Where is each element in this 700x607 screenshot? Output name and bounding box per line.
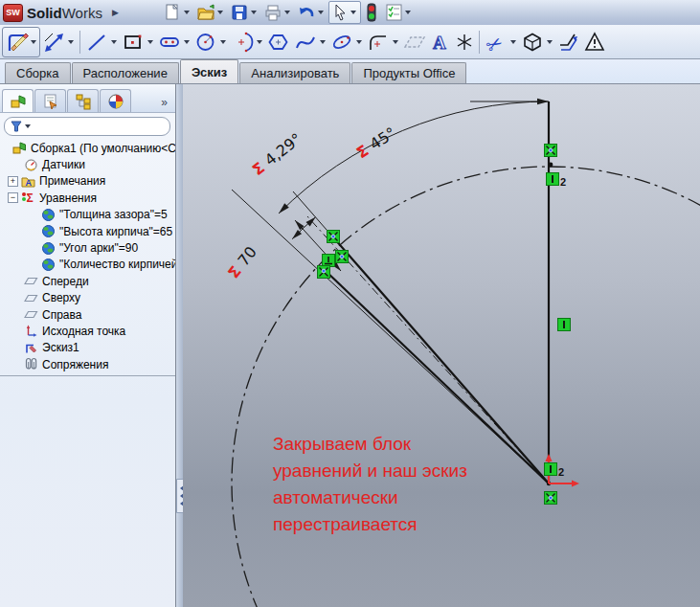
convert-entities-icon (520, 30, 545, 55)
featuremanager-tree-tab[interactable] (2, 89, 34, 112)
tab-sketch[interactable]: Эскиз (180, 59, 238, 83)
circle-dropdown-caret[interactable] (220, 40, 226, 44)
trim-tool-button[interactable]: ✂ (483, 28, 519, 56)
text-tool-button[interactable]: A (428, 28, 453, 56)
expand-plus-box[interactable]: + (8, 176, 18, 187)
tree-item-mates[interactable]: Сопряжения (0, 356, 175, 372)
tab-assembly[interactable]: Сборка (5, 62, 71, 83)
dimension-label-45[interactable]: Σ 45° (353, 124, 399, 162)
relation-coincident-badge[interactable] (318, 266, 330, 279)
tree-item-annotations[interactable]: + A Примечания (0, 173, 175, 190)
save-button[interactable] (228, 2, 260, 23)
relation-vertical-badge[interactable] (547, 173, 559, 186)
tree-item-assembly-root[interactable]: Сборка1 (По умолчанию<Сс (0, 140, 175, 156)
open-document-button[interactable] (194, 2, 227, 23)
save-dropdown-caret[interactable] (251, 11, 257, 14)
tree-item-sketch1[interactable]: Эскиз1 (0, 340, 175, 356)
tab-office-products[interactable]: Продукты Office (351, 62, 466, 83)
arc-tool-button[interactable] (229, 28, 265, 56)
plane-tool-button[interactable] (401, 28, 428, 56)
line-dropdown-caret[interactable] (111, 40, 117, 44)
tab-layout[interactable]: Расположение (72, 62, 179, 83)
propertymanager-tab[interactable] (34, 89, 66, 112)
offset-entities-button[interactable] (555, 28, 582, 56)
tree-item-equation-brick-height[interactable]: "Высота кирпича"=65 (0, 223, 175, 239)
ellipse-dropdown-caret[interactable] (356, 40, 362, 44)
tree-item-equations[interactable]: − Σ Уравнения (0, 190, 175, 206)
select-cursor-icon (331, 3, 349, 22)
tree-item-front-plane[interactable]: Спереди (0, 273, 175, 289)
relation-coincident-badge[interactable] (336, 251, 349, 263)
design-checker-button[interactable] (382, 2, 415, 23)
slot-dropdown-caret[interactable] (184, 40, 190, 44)
expand-minus-box[interactable]: − (8, 192, 18, 203)
construction-circle[interactable] (232, 167, 700, 607)
convert-entities-button[interactable] (519, 28, 555, 56)
panel-overflow-chevron[interactable]: » (161, 96, 173, 112)
fillet-tool-button[interactable] (365, 28, 401, 56)
design-checker-dropdown-caret[interactable] (405, 11, 411, 14)
tree-item-right-plane[interactable]: Справа (0, 306, 175, 323)
select-dropdown-caret[interactable] (350, 11, 356, 14)
print-dropdown-caret[interactable] (284, 11, 290, 14)
open-dropdown-caret[interactable] (217, 11, 223, 14)
tree-item-equation-brick-count[interactable]: "Количество кирпичей" (0, 257, 175, 273)
relation-perpendicular-badge[interactable] (323, 255, 335, 267)
panel-splitter[interactable] (176, 84, 183, 607)
tree-item-origin[interactable]: Исходная точка (0, 323, 175, 339)
print-button[interactable] (261, 2, 294, 23)
sketch-point[interactable] (549, 163, 553, 168)
smart-dimension-button[interactable] (40, 28, 77, 56)
sketch-tool-button[interactable] (2, 27, 40, 57)
tree-item-sensors[interactable]: Датчики (0, 156, 175, 172)
sensors-icon (24, 158, 38, 172)
relation-coincident-badge[interactable] (545, 492, 557, 505)
straight-slot-icon (157, 30, 182, 55)
polygon-tool-button[interactable] (265, 28, 292, 56)
configurationmanager-tab[interactable] (67, 89, 99, 112)
relation-vertical-badge[interactable] (545, 463, 557, 476)
filter-dropdown-caret[interactable] (25, 124, 31, 128)
tree-item-label: Справа (42, 308, 81, 322)
tree-item-top-plane[interactable]: Сверху (0, 290, 175, 306)
tab-evaluate[interactable]: Анализировать (239, 62, 350, 83)
new-document-button[interactable] (161, 2, 193, 23)
smart-dimension-dropdown-caret[interactable] (68, 40, 74, 44)
ellipse-tool-button[interactable] (328, 28, 365, 56)
tree-filter-input[interactable] (4, 117, 170, 136)
dimension-label-70[interactable]: Σ 70 (224, 243, 260, 282)
view-traffic-light-icon (364, 2, 379, 23)
trim-dropdown-caret[interactable] (510, 40, 516, 44)
offset-entities-icon (556, 30, 581, 55)
tree-item-equation-gap[interactable]: "Толщина зазора"=5 (0, 207, 175, 223)
rectangle-tool-button[interactable] (120, 28, 156, 56)
tree-item-equation-arc-angle[interactable]: "Угол арки"=90 (0, 239, 175, 256)
point-tool-button[interactable] (453, 28, 476, 56)
convert-dropdown-caret[interactable] (547, 40, 553, 44)
undo-button[interactable] (295, 2, 327, 23)
spline-tool-button[interactable] (292, 28, 328, 56)
arc-dropdown-caret[interactable] (257, 40, 262, 44)
circle-tool-button[interactable] (192, 28, 229, 56)
menu-flyout-arrow-icon[interactable]: ▶ (112, 8, 119, 17)
relation-vertical-badge[interactable] (558, 319, 571, 331)
centerpoint-arc-icon (230, 30, 255, 55)
fillet-dropdown-caret[interactable] (393, 40, 398, 44)
relation-coincident-badge[interactable] (545, 145, 557, 157)
circle-icon (193, 30, 218, 55)
tree-item-label: Примечания (39, 174, 105, 188)
relation-coincident-badge[interactable] (327, 231, 340, 243)
save-icon (230, 3, 249, 22)
undo-dropdown-caret[interactable] (318, 11, 324, 14)
slot-tool-button[interactable] (156, 28, 192, 56)
dimension-label-4-29[interactable]: Σ 4,29° (249, 129, 305, 179)
spline-dropdown-caret[interactable] (320, 40, 326, 44)
line-tool-button[interactable] (83, 28, 120, 56)
displaymanager-tab[interactable] (100, 89, 131, 112)
view-settings-button[interactable] (362, 2, 381, 23)
rectangle-dropdown-caret[interactable] (147, 40, 153, 44)
select-button[interactable] (328, 1, 361, 24)
new-dropdown-caret[interactable] (184, 11, 190, 14)
notification-flag-button[interactable] (582, 28, 607, 56)
sketch-dropdown-caret[interactable] (31, 40, 36, 44)
